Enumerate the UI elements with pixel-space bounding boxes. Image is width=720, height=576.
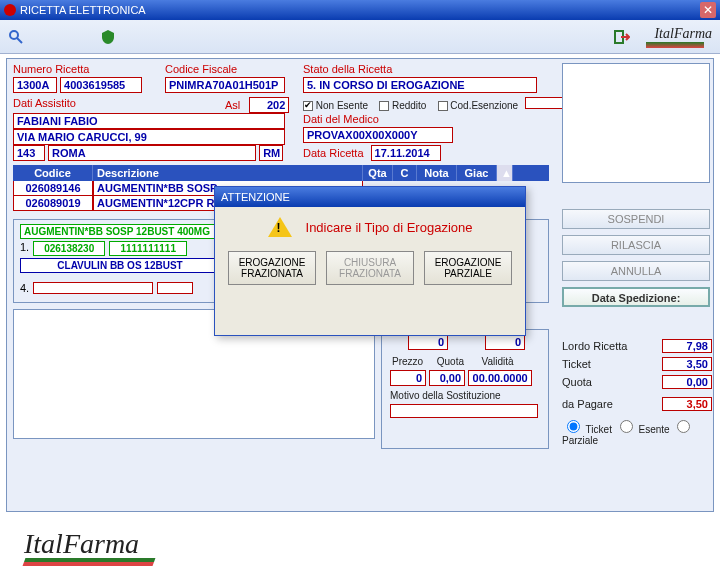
col-descrizione[interactable]: Descrizione bbox=[93, 165, 363, 181]
quota-label: Quota bbox=[437, 356, 479, 367]
reddito-checkbox[interactable] bbox=[379, 101, 389, 111]
sub-row1-cod[interactable]: 026138230 bbox=[33, 241, 105, 256]
sub-row2[interactable]: CLAVULIN BB OS 12BUST bbox=[20, 258, 220, 273]
assistito-indirizzo[interactable]: VIA MARIO CARUCCI, 99 bbox=[13, 129, 285, 145]
grid-scroll-up-icon[interactable]: ▲ bbox=[497, 165, 513, 181]
sub-title: AUGMENTIN*BB SOSP 12BUST 400MG bbox=[20, 224, 220, 239]
window-titlebar: RICETTA ELETTRONICA ✕ bbox=[0, 0, 720, 20]
footer-brand: ItalFarma bbox=[24, 528, 139, 560]
dialog-title: ATTENZIONE bbox=[215, 187, 525, 207]
prezzo-field[interactable]: 0 bbox=[390, 370, 426, 386]
quota-label: Quota bbox=[562, 376, 592, 388]
ticket-label: Ticket bbox=[562, 358, 591, 370]
window-title: RICETTA ELETTRONICA bbox=[20, 4, 146, 16]
totals-panel: Lordo Ricetta7,98 Ticket3,50 Quota0,00 d… bbox=[562, 339, 712, 446]
stato-field[interactable]: 5. IN CORSO DI EROGAZIONE bbox=[303, 77, 537, 93]
shield-icon[interactable] bbox=[100, 29, 116, 45]
numero-ricetta-label: Numero Ricetta bbox=[13, 63, 89, 75]
brand-label: ItalFarma bbox=[654, 26, 712, 42]
chiusura-frazionata-button[interactable]: CHIUSURAFRAZIONATA bbox=[326, 251, 414, 285]
data-ricetta-field[interactable]: 17.11.2014 bbox=[371, 145, 441, 161]
erogazione-parziale-button[interactable]: EROGAZIONEPARZIALE bbox=[424, 251, 512, 285]
pagare-label: da Pagare bbox=[562, 398, 613, 410]
lordo-label: Lordo Ricetta bbox=[562, 340, 627, 352]
data-ricetta-label: Data Ricetta bbox=[303, 147, 364, 159]
motivo-label: Motivo della Sostituzione bbox=[390, 390, 501, 401]
col-c[interactable]: C bbox=[393, 165, 417, 181]
notes-box[interactable] bbox=[562, 63, 710, 183]
totals-radio-row: Ticket Esente Parziale bbox=[562, 417, 712, 446]
col-qta[interactable]: Qta bbox=[363, 165, 393, 181]
app-icon bbox=[4, 4, 16, 16]
opt-esente[interactable]: Esente bbox=[615, 424, 670, 435]
assistito-prov[interactable]: RM bbox=[259, 145, 283, 161]
subinfo-top2[interactable]: 0 bbox=[485, 334, 525, 350]
dati-assistito-label: Dati Assistito bbox=[13, 97, 76, 109]
codice-fiscale-label: Codice Fiscale bbox=[165, 63, 237, 75]
motivo-field[interactable] bbox=[390, 404, 538, 418]
prezzo-label: Prezzo bbox=[392, 356, 434, 367]
asl-label: Asl bbox=[225, 99, 240, 111]
asl-field[interactable]: 202 bbox=[249, 97, 289, 113]
stato-label: Stato della Ricetta bbox=[303, 63, 392, 75]
search-icon[interactable] bbox=[8, 29, 24, 45]
sub-row1-extra[interactable]: 1111111111 bbox=[109, 241, 187, 256]
validita-field[interactable]: 00.00.0000 bbox=[468, 370, 532, 386]
numero-ricetta-b[interactable]: 4003619585 bbox=[60, 77, 142, 93]
svg-point-0 bbox=[10, 31, 18, 39]
dati-medico-label: Dati del Medico bbox=[303, 113, 379, 125]
subinfo-box: 0 0 Prezzo Quota Validità 0 0,00 00.00.0… bbox=[381, 329, 549, 449]
close-icon[interactable]: ✕ bbox=[700, 2, 716, 18]
col-nota[interactable]: Nota bbox=[417, 165, 457, 181]
sub-row3-input[interactable] bbox=[33, 282, 153, 294]
grid-header: Codice Descrizione Qta C Nota Giac ▲ bbox=[13, 165, 549, 181]
non-esente-checkbox[interactable] bbox=[303, 101, 313, 111]
ticket-value: 3,50 bbox=[662, 357, 712, 371]
col-giac[interactable]: Giac bbox=[457, 165, 497, 181]
opt-ticket[interactable]: Ticket bbox=[562, 424, 612, 435]
rilascia-button[interactable]: RILASCIA bbox=[562, 235, 710, 255]
sub-row3-input2[interactable] bbox=[157, 282, 193, 294]
footer-underline bbox=[23, 558, 156, 566]
subinfo-top1[interactable]: 0 bbox=[408, 334, 448, 350]
codice-fiscale-field[interactable]: PNIMRA70A01H501P bbox=[165, 77, 285, 93]
lordo-value: 7,98 bbox=[662, 339, 712, 353]
annulla-button[interactable]: ANNULLA bbox=[562, 261, 710, 281]
quota-value: 0,00 bbox=[662, 375, 712, 389]
quota-field[interactable]: 0,00 bbox=[429, 370, 465, 386]
svg-line-1 bbox=[17, 38, 22, 43]
numero-ricetta-a[interactable]: 1300A bbox=[13, 77, 57, 93]
actions-panel: SOSPENDI RILASCIA ANNULLA Data Spedizion… bbox=[562, 209, 712, 313]
data-spedizione-button[interactable]: Data Spedizione: bbox=[562, 287, 710, 307]
validita-label: Validità bbox=[482, 356, 534, 367]
col-codice[interactable]: Codice bbox=[13, 165, 93, 181]
exit-icon[interactable] bbox=[614, 29, 630, 45]
cod-esenzione-label: Cod.Esenzione bbox=[450, 100, 518, 111]
brand-underline bbox=[646, 42, 704, 48]
assistito-cap[interactable]: 143 bbox=[13, 145, 45, 161]
dialog-message: Indicare il Tipo di Erogazione bbox=[306, 220, 473, 235]
erogazione-frazionata-button[interactable]: EROGAZIONEFRAZIONATA bbox=[228, 251, 316, 285]
pagare-value: 3,50 bbox=[662, 397, 712, 411]
cell-codice: 026089146 bbox=[13, 181, 93, 196]
sub-row1-num: 1. bbox=[20, 241, 29, 256]
warning-icon bbox=[268, 217, 292, 237]
reddito-label: Reddito bbox=[392, 100, 426, 111]
assistito-nome[interactable]: FABIANI FABIO bbox=[13, 113, 285, 129]
sospendi-button[interactable]: SOSPENDI bbox=[562, 209, 710, 229]
non-esente-label: Non Esente bbox=[316, 100, 368, 111]
medico-field[interactable]: PROVAX00X00X000Y bbox=[303, 127, 453, 143]
assistito-citta[interactable]: ROMA bbox=[48, 145, 256, 161]
attenzione-dialog: ATTENZIONE Indicare il Tipo di Erogazion… bbox=[214, 186, 526, 336]
sub-row3-num: 4. bbox=[20, 282, 29, 294]
cell-codice: 026089019 bbox=[13, 196, 93, 211]
toolbar: ItalFarma bbox=[0, 20, 720, 54]
cod-esenzione-checkbox[interactable] bbox=[438, 101, 448, 111]
